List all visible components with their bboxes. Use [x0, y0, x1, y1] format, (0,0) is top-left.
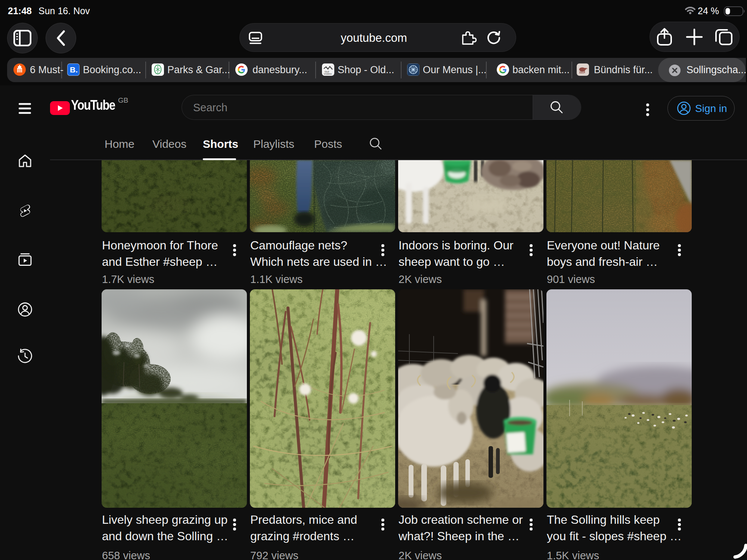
svg-text:B.: B. [70, 65, 78, 74]
svg-text:VODKA: VODKA [324, 73, 332, 75]
